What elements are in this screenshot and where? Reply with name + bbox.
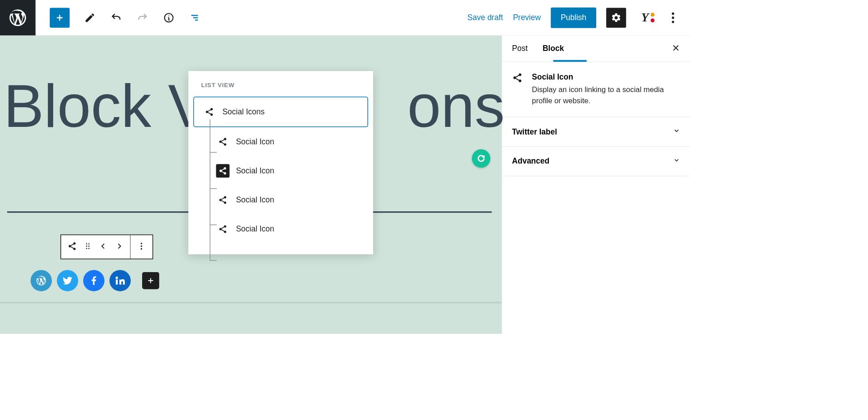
panel-label: Twitter label: [512, 127, 557, 137]
svg-point-11: [86, 248, 87, 249]
block-toolbar: [60, 235, 153, 260]
publish-button[interactable]: Publish: [551, 7, 596, 28]
svg-point-15: [141, 248, 142, 249]
svg-point-32: [514, 76, 516, 79]
panel-advanced[interactable]: Advanced: [502, 147, 690, 176]
svg-point-29: [219, 228, 222, 230]
block-title: Social Icon: [532, 72, 680, 82]
svg-point-33: [519, 80, 522, 82]
svg-point-1: [672, 12, 674, 14]
listview-item-label: Social Icons: [223, 107, 265, 117]
listview-item-social-icons[interactable]: Social Icons: [193, 97, 368, 127]
title-fragment-right: ons: [407, 72, 505, 139]
title-fragment-left: Block V: [4, 72, 208, 139]
chevron-down-icon: [673, 157, 680, 166]
listview-item-label: Social Icon: [236, 195, 274, 205]
svg-point-9: [86, 246, 87, 247]
listview-item-label: Social Icon: [236, 166, 274, 176]
listview-item-label: Social Icon: [236, 137, 274, 147]
social-icon-linkedin[interactable]: [110, 270, 131, 291]
share-icon: [216, 164, 229, 177]
svg-point-3: [672, 21, 674, 23]
info-icon[interactable]: [163, 12, 175, 24]
share-icon: [216, 223, 229, 236]
svg-point-6: [73, 248, 76, 250]
block-more-icon[interactable]: [137, 242, 146, 252]
share-icon: [512, 72, 524, 106]
listview-item-social-icon-2[interactable]: Social Icon: [193, 156, 368, 185]
listview-item-social-icon-1[interactable]: Social Icon: [193, 127, 368, 156]
svg-point-14: [141, 245, 142, 247]
svg-point-25: [224, 196, 226, 198]
svg-point-2: [672, 17, 674, 19]
editor-canvas: Block Vons: [0, 36, 502, 334]
block-toolbar-group-2: [131, 235, 152, 258]
social-icon-wordpress[interactable]: [30, 270, 52, 291]
social-icon-twitter[interactable]: [57, 270, 78, 291]
add-social-icon-button[interactable]: [142, 272, 159, 289]
save-draft-button[interactable]: Save draft: [468, 13, 503, 22]
svg-point-21: [224, 143, 226, 146]
editor-top-toolbar: Save draft Preview Publish Y: [0, 0, 690, 36]
editor-main: Block Vons: [0, 36, 690, 334]
svg-point-13: [141, 243, 142, 244]
svg-point-23: [219, 170, 222, 172]
toolbar-right-group: Save draft Preview Publish Y: [468, 7, 690, 28]
drag-handle-icon[interactable]: [83, 242, 93, 252]
social-icons-block[interactable]: [30, 270, 159, 291]
undo-icon[interactable]: [110, 12, 122, 24]
canvas-shadow: [0, 302, 502, 304]
sidebar-tabs: Post Block: [502, 36, 690, 62]
yoast-seo-icon[interactable]: Y: [636, 8, 656, 28]
listview-item-social-icon-4[interactable]: Social Icon: [193, 214, 368, 244]
listview-toggle-icon[interactable]: [189, 12, 201, 24]
svg-point-27: [224, 202, 226, 204]
svg-point-26: [219, 199, 222, 201]
tools-icon[interactable]: [84, 12, 96, 24]
share-icon: [202, 105, 216, 118]
social-icon-facebook[interactable]: [83, 270, 105, 291]
svg-point-18: [211, 113, 213, 116]
grammarly-badge-icon[interactable]: [472, 149, 490, 168]
svg-point-19: [224, 138, 226, 140]
tab-underline: [553, 60, 587, 62]
svg-point-30: [224, 231, 226, 233]
move-right-icon[interactable]: [114, 242, 124, 252]
svg-point-7: [86, 243, 87, 244]
tab-post[interactable]: Post: [512, 44, 528, 53]
share-icon: [216, 193, 229, 206]
svg-point-8: [88, 243, 90, 244]
close-icon[interactable]: [672, 43, 680, 53]
more-menu-icon[interactable]: [666, 8, 680, 28]
svg-point-5: [69, 245, 71, 247]
listview-heading: LIST VIEW: [188, 82, 373, 97]
panel-label: Advanced: [512, 157, 550, 166]
settings-icon[interactable]: [606, 8, 626, 28]
wordpress-logo[interactable]: [0, 0, 36, 35]
add-block-button[interactable]: [50, 8, 70, 28]
move-left-icon[interactable]: [99, 242, 108, 252]
listview-item-label: Social Icon: [236, 224, 274, 234]
svg-point-28: [224, 225, 226, 227]
listview-item-social-icon-3[interactable]: Social Icon: [193, 185, 368, 214]
chevron-down-icon: [673, 127, 680, 137]
svg-point-31: [519, 73, 522, 76]
settings-sidebar: Post Block Social Icon Display an icon l…: [502, 36, 690, 334]
panel-twitter-label[interactable]: Twitter label: [502, 117, 690, 147]
svg-point-24: [224, 172, 226, 175]
block-description: Display an icon linking to a social medi…: [532, 84, 680, 106]
block-toolbar-group-1: [61, 235, 130, 258]
redo-icon[interactable]: [136, 12, 148, 24]
share-icon[interactable]: [67, 242, 77, 252]
tab-block[interactable]: Block: [543, 44, 564, 53]
svg-point-20: [219, 141, 222, 143]
share-icon: [216, 135, 229, 148]
block-info-panel: Social Icon Display an icon linking to a…: [502, 62, 690, 117]
svg-point-10: [88, 246, 90, 247]
svg-point-17: [206, 111, 208, 113]
toolbar-left-group: [36, 8, 201, 28]
svg-point-12: [88, 248, 90, 249]
listview-popover: LIST VIEW Social Icons Social Icon: [188, 71, 373, 254]
svg-point-4: [73, 242, 76, 244]
preview-button[interactable]: Preview: [513, 13, 541, 22]
